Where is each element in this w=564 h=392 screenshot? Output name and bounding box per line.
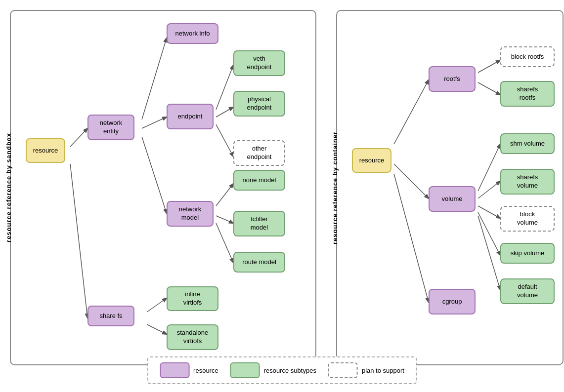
physical-endpoint-node: physicalendpoint: [233, 91, 285, 117]
legend-plan: plan to support: [328, 362, 404, 378]
network-model-node: networkmodel: [167, 201, 214, 227]
right-resource-node: resource: [352, 148, 391, 173]
block-rootfs-node: block rootfs: [500, 46, 555, 67]
svg-line-4: [142, 137, 167, 213]
svg-line-2: [142, 38, 167, 119]
svg-line-11: [147, 298, 167, 312]
left-diagram-label: resource reference by sandbox: [5, 133, 12, 242]
svg-line-19: [478, 181, 500, 198]
shm-volume-node: shm volume: [500, 133, 555, 154]
svg-line-17: [478, 82, 500, 95]
block-volume-node: blockvolume: [500, 206, 555, 232]
svg-line-5: [216, 65, 233, 110]
svg-line-14: [394, 164, 429, 198]
svg-line-3: [142, 117, 167, 128]
svg-line-12: [147, 324, 167, 334]
svg-line-13: [394, 80, 429, 144]
svg-line-16: [478, 60, 500, 73]
legend-resource: resource: [160, 362, 218, 378]
rootfs-node: rootfs: [429, 66, 476, 92]
svg-line-15: [394, 174, 429, 302]
svg-line-0: [70, 128, 87, 147]
skip-volume-node: skip volume: [500, 243, 555, 264]
svg-line-1: [70, 164, 87, 318]
network-info-node: network info: [167, 23, 218, 44]
svg-line-7: [216, 124, 233, 157]
svg-line-9: [216, 216, 233, 223]
standalone-virtiofs-node: standalonevirtiofs: [167, 324, 218, 350]
legend-resource-label: resource: [193, 367, 218, 374]
route-model-node: route model: [233, 252, 285, 273]
endpoint-node: endpoint: [167, 104, 214, 129]
sharefs-volume-node: sharefsvolume: [500, 169, 555, 195]
volume-node: volume: [429, 186, 476, 212]
veth-endpoint-node: vethendpoint: [233, 50, 285, 76]
right-diagram: resource reference by container: [336, 10, 564, 365]
legend-plan-label: plan to support: [362, 367, 404, 374]
sharefs-rootfs-node: sharefsrootfs: [500, 81, 555, 107]
svg-line-22: [478, 216, 500, 290]
other-endpoint-node: otherendpoint: [233, 140, 285, 166]
right-diagram-label: resource reference by container: [331, 131, 339, 244]
none-model-node: none model: [233, 170, 285, 191]
cgroup-node: cgroup: [429, 289, 476, 314]
network-entity-node: networkentity: [87, 115, 134, 140]
inline-virtiofs-node: inlinevirtiofs: [167, 286, 218, 311]
legend-subtypes-label: resource subtypes: [264, 367, 316, 374]
svg-line-18: [478, 144, 500, 191]
svg-line-8: [216, 184, 233, 206]
tcfilter-model-node: tcfiltermodel: [233, 211, 285, 236]
left-resource-node: resource: [26, 138, 65, 163]
svg-line-21: [478, 212, 500, 255]
svg-line-20: [478, 206, 500, 218]
left-diagram: resource reference by sandbox: [10, 10, 316, 365]
share-fs-node: share fs: [87, 306, 134, 326]
svg-line-6: [216, 107, 233, 117]
default-volume-node: defaultvolume: [500, 278, 555, 304]
svg-line-10: [216, 223, 233, 263]
legend-subtypes: resource subtypes: [230, 362, 316, 378]
